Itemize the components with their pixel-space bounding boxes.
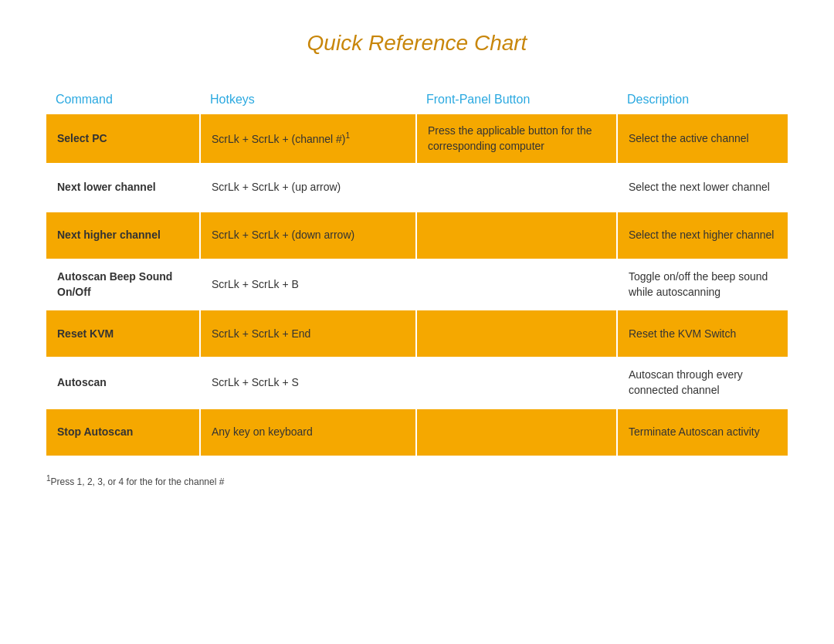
cell-frontpanel-next-higher-channel — [417, 212, 618, 259]
command-text: Autoscan Beep Sound On/Off — [57, 269, 188, 300]
hotkeys-text: ScrLk + ScrLk + B — [212, 277, 299, 293]
reference-table: Command Hotkeys Front-Panel Button Descr… — [46, 86, 788, 456]
cell-command-autoscan-beep: Autoscan Beep Sound On/Off — [46, 260, 201, 309]
hotkeys-text: ScrLk + ScrLk + S — [212, 375, 299, 391]
cell-frontpanel-autoscan — [417, 358, 618, 407]
command-text: Next lower channel — [57, 180, 156, 195]
cell-command-reset-kvm: Reset KVM — [46, 310, 201, 357]
hotkeys-text: Any key on keyboard — [212, 425, 313, 440]
hotkeys-sup: 1 — [346, 131, 351, 140]
frontpanel-text: Press the applicable button for the corr… — [428, 124, 605, 154]
cell-description-reset-kvm: Reset the KVM Switch — [618, 310, 788, 357]
table-header: Command Hotkeys Front-Panel Button Descr… — [46, 86, 788, 113]
table-row-next-higher-channel: Next higher channelScrLk + ScrLk + (down… — [46, 212, 788, 259]
header-description: Description — [618, 86, 788, 113]
table-row-autoscan: AutoscanScrLk + ScrLk + SAutoscan throug… — [46, 358, 788, 407]
header-command: Command — [46, 86, 201, 113]
table-row-select-pc: Select PCScrLk + ScrLk + (channel #)1Pre… — [46, 114, 788, 163]
cell-command-next-lower-channel: Next lower channel — [46, 164, 201, 211]
cell-command-next-higher-channel: Next higher channel — [46, 212, 201, 259]
cell-hotkeys-autoscan-beep: ScrLk + ScrLk + B — [201, 260, 417, 309]
footnote-text: Press 1, 2, 3, or 4 for the for the chan… — [51, 476, 225, 487]
cell-frontpanel-next-lower-channel — [417, 164, 618, 211]
hotkeys-text: ScrLk + ScrLk + End — [212, 327, 310, 342]
table-body: Select PCScrLk + ScrLk + (channel #)1Pre… — [46, 114, 788, 456]
cell-command-select-pc: Select PC — [46, 114, 201, 163]
command-text: Stop Autoscan — [57, 425, 133, 440]
cell-frontpanel-select-pc: Press the applicable button for the corr… — [417, 114, 618, 163]
description-text: Select the next lower channel — [629, 180, 770, 195]
command-text: Autoscan — [57, 375, 107, 391]
cell-hotkeys-select-pc: ScrLk + ScrLk + (channel #)1 — [201, 114, 417, 163]
cell-description-next-lower-channel: Select the next lower channel — [618, 164, 788, 211]
hotkeys-text: ScrLk + ScrLk + (channel #)1 — [212, 130, 350, 147]
cell-description-stop-autoscan: Terminate Autoscan activity — [618, 409, 788, 456]
table-row-reset-kvm: Reset KVMScrLk + ScrLk + EndReset the KV… — [46, 310, 788, 357]
description-text: Reset the KVM Switch — [629, 327, 736, 342]
description-text: Toggle on/off the beep sound while autos… — [629, 269, 777, 300]
cell-frontpanel-stop-autoscan — [417, 409, 618, 456]
cell-hotkeys-reset-kvm: ScrLk + ScrLk + End — [201, 310, 417, 357]
command-text: Reset KVM — [57, 327, 114, 342]
cell-description-select-pc: Select the active channel — [618, 114, 788, 163]
cell-description-autoscan: Autoscan through every connected channel — [618, 358, 788, 407]
cell-hotkeys-stop-autoscan: Any key on keyboard — [201, 409, 417, 456]
page-title: Quick Reference Chart — [46, 31, 788, 56]
description-text: Select the active channel — [629, 131, 749, 147]
cell-description-next-higher-channel: Select the next higher channel — [618, 212, 788, 259]
cell-command-autoscan: Autoscan — [46, 358, 201, 407]
description-text: Autoscan through every connected channel — [629, 368, 777, 398]
cell-hotkeys-next-lower-channel: ScrLk + ScrLk + (up arrow) — [201, 164, 417, 211]
cell-hotkeys-autoscan: ScrLk + ScrLk + S — [201, 358, 417, 407]
hotkeys-text: ScrLk + ScrLk + (up arrow) — [212, 180, 341, 195]
table-row-autoscan-beep: Autoscan Beep Sound On/OffScrLk + ScrLk … — [46, 260, 788, 309]
cell-command-stop-autoscan: Stop Autoscan — [46, 409, 201, 456]
cell-frontpanel-autoscan-beep — [417, 260, 618, 309]
footnote: 1Press 1, 2, 3, or 4 for the for the cha… — [46, 474, 788, 487]
cell-hotkeys-next-higher-channel: ScrLk + ScrLk + (down arrow) — [201, 212, 417, 259]
description-text: Terminate Autoscan activity — [629, 425, 760, 440]
cell-description-autoscan-beep: Toggle on/off the beep sound while autos… — [618, 260, 788, 309]
header-front-panel: Front-Panel Button — [417, 86, 618, 113]
command-text: Next higher channel — [57, 228, 161, 243]
description-text: Select the next higher channel — [629, 228, 774, 243]
table-row-next-lower-channel: Next lower channelScrLk + ScrLk + (up ar… — [46, 164, 788, 211]
header-hotkeys: Hotkeys — [201, 86, 417, 113]
table-row-stop-autoscan: Stop AutoscanAny key on keyboardTerminat… — [46, 409, 788, 456]
command-text: Select PC — [57, 131, 107, 147]
cell-frontpanel-reset-kvm — [417, 310, 618, 357]
hotkeys-text: ScrLk + ScrLk + (down arrow) — [212, 228, 354, 243]
